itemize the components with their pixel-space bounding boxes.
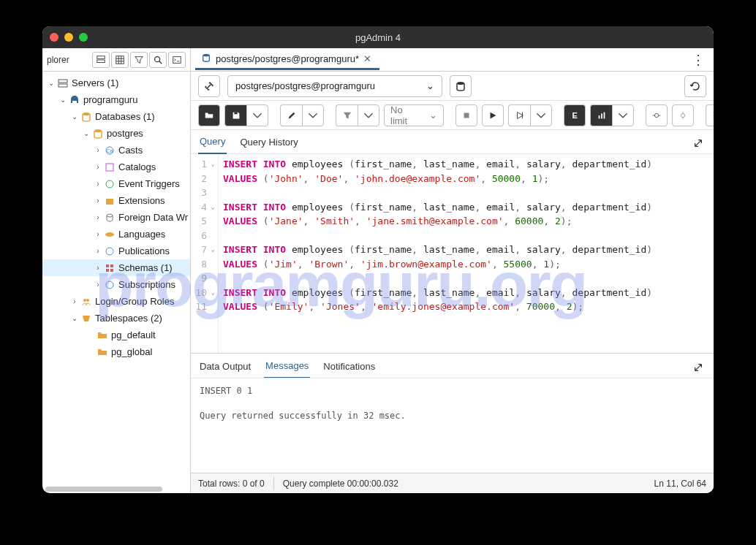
db-picker[interactable] [450, 75, 472, 97]
elephant-icon [69, 94, 80, 106]
tree-servers[interactable]: ⌄Servers (1) [42, 75, 190, 91]
tree-schemas[interactable]: ›Schemas (1) [42, 259, 190, 276]
tree-subscriptions[interactable]: ›Subscriptions [42, 276, 190, 293]
database-icon [92, 128, 104, 140]
save-dropdown[interactable] [246, 104, 268, 126]
tree-publications[interactable]: ›Publications [42, 243, 190, 259]
commit-button[interactable] [646, 104, 668, 126]
open-button[interactable] [198, 104, 220, 126]
edit-dropdown[interactable] [302, 104, 324, 126]
chevron-down-icon: ⌄ [429, 110, 437, 121]
svg-point-30 [457, 82, 464, 85]
explain-analyze-button[interactable] [590, 104, 612, 126]
expand-icon[interactable] [690, 135, 706, 153]
messages-panel: INSERT 0 1 Query returned successfully i… [191, 378, 714, 473]
status-rows: Total rows: 0 of 0 [198, 479, 265, 489]
svg-rect-1 [97, 60, 105, 63]
tree-languages[interactable]: ›Languages [42, 226, 190, 243]
sidebar-scrollbar[interactable] [45, 487, 162, 492]
tree-catalogs[interactable]: ›Catalogs [42, 159, 190, 175]
svg-point-13 [94, 129, 102, 132]
svg-text:Ca: Ca [107, 148, 113, 153]
macros-button[interactable] [706, 104, 714, 126]
connection-label: postgres/postgres@programguru [235, 80, 375, 91]
edit-button[interactable] [280, 104, 302, 126]
stop-button[interactable] [456, 104, 477, 126]
tablespaces-icon [80, 313, 92, 324]
databases-icon [80, 111, 92, 123]
grid-icon[interactable] [111, 52, 129, 68]
search-icon[interactable] [149, 52, 167, 68]
filter-button[interactable] [336, 104, 358, 126]
toolbar: No limit⌄ E [191, 101, 714, 130]
object-tree[interactable]: ⌄Servers (1) ⌄programguru ⌄Databases (1)… [42, 72, 190, 493]
fdw-icon [104, 212, 116, 224]
tab-query[interactable]: Query [198, 132, 227, 154]
roles-icon [80, 296, 92, 308]
status-complete: Query complete 00:00:00.032 [283, 479, 398, 489]
svg-rect-34 [598, 115, 600, 118]
tree-casts[interactable]: ›CaCasts [42, 142, 190, 159]
terminal-icon[interactable] [168, 52, 186, 68]
tree-tablespaces[interactable]: ⌄Tablespaces (2) [42, 310, 190, 327]
tab-notifications[interactable]: Notifications [322, 357, 377, 378]
svg-rect-31 [234, 112, 237, 114]
folder-icon [97, 329, 108, 341]
titlebar: pgAdmin 4 [42, 26, 714, 48]
subscriptions-icon [104, 279, 116, 291]
svg-point-40 [681, 113, 684, 117]
query-tab[interactable]: postgres/postgres@programguru* ✕ [195, 50, 379, 70]
close-icon[interactable]: ✕ [363, 53, 374, 64]
tree-ts-default[interactable]: pg_default [42, 327, 190, 343]
explain-analyze-dropdown[interactable] [612, 104, 634, 126]
sidebar-header: plorer [42, 48, 190, 72]
kebab-icon[interactable]: ⋮ [687, 52, 709, 68]
code-area[interactable]: INSERT INTO employees (first_name, last_… [219, 154, 714, 353]
explain-button[interactable] [508, 104, 530, 126]
maximize-icon[interactable] [79, 33, 88, 42]
tab-messages[interactable]: Messages [264, 356, 310, 378]
svg-point-45 [713, 115, 714, 116]
tree-fdw[interactable]: ›Foreign Data Wr [42, 209, 190, 226]
tree-ts-global[interactable]: pg_global [42, 343, 190, 360]
expand-icon[interactable] [690, 359, 706, 378]
explain-e-button[interactable]: E [564, 104, 586, 126]
svg-rect-23 [110, 264, 113, 267]
tree-event-triggers[interactable]: ›Event Triggers [42, 175, 190, 192]
svg-point-17 [106, 180, 113, 188]
svg-rect-24 [106, 269, 109, 272]
svg-point-21 [106, 248, 113, 255]
minimize-icon[interactable] [64, 33, 73, 42]
tab-data-output[interactable]: Data Output [198, 357, 252, 378]
filter-icon[interactable] [130, 52, 148, 68]
connection-icon[interactable] [198, 75, 220, 97]
svg-rect-16 [106, 164, 113, 171]
svg-point-28 [86, 299, 89, 302]
close-icon[interactable] [50, 33, 58, 42]
svg-point-44 [713, 112, 714, 113]
sql-editor[interactable]: 1⌄234⌄567⌄8910⌄11 INSERT INTO employees … [191, 153, 714, 353]
filter-dropdown[interactable] [358, 104, 379, 126]
svg-rect-22 [106, 264, 109, 267]
reset-button[interactable] [684, 75, 706, 97]
save-button[interactable] [224, 104, 246, 126]
tree-server[interactable]: ⌄programguru [42, 91, 190, 108]
tab-history[interactable]: Query History [238, 132, 299, 153]
explain-dropdown[interactable] [530, 104, 552, 126]
svg-point-27 [83, 299, 86, 302]
svg-rect-9 [173, 56, 181, 63]
tab-title: postgres/postgres@programguru* [216, 53, 359, 64]
rollback-button[interactable] [672, 104, 694, 126]
tree-login-roles[interactable]: ›Login/Group Roles [42, 293, 190, 310]
schemas-icon [104, 262, 116, 274]
server-icon[interactable] [92, 52, 110, 68]
traffic-lights [50, 33, 88, 42]
tree-databases[interactable]: ⌄Databases (1) [42, 108, 190, 125]
tree-db-postgres[interactable]: ⌄postgres [42, 125, 190, 142]
limit-select[interactable]: No limit⌄ [384, 104, 444, 126]
tree-extensions[interactable]: ›Extensions [42, 192, 190, 209]
connection-select[interactable]: postgres/postgres@programguru ⌄ [227, 75, 442, 97]
execute-button[interactable] [482, 104, 504, 126]
message-line: INSERT 0 1 [200, 386, 705, 396]
chevron-down-icon: ⌄ [426, 80, 434, 91]
